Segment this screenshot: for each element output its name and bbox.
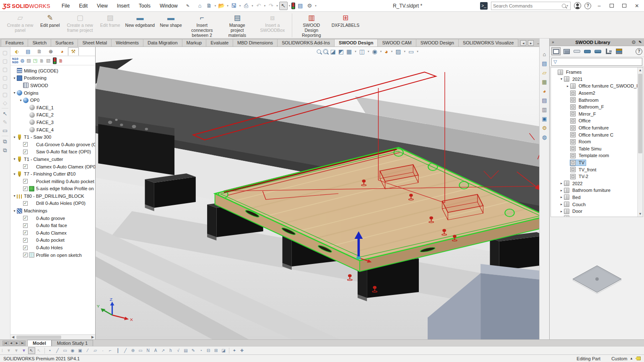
filters-stack-icon[interactable]: ▼ xyxy=(21,347,28,354)
tree-item[interactable]: ▾Origins xyxy=(10,89,95,97)
tab-features[interactable]: Features xyxy=(1,39,28,47)
select-sketch-icon[interactable]: ↖ xyxy=(3,111,8,117)
library-item[interactable]: ▸Doors xyxy=(551,215,643,217)
operation-checkbox[interactable]: ✓ xyxy=(23,253,28,257)
filter-edges-icon[interactable]: ╱ xyxy=(54,347,61,354)
scroll-up-icon[interactable]: ▲ xyxy=(638,67,643,73)
tab-property-manager[interactable]: ▤ xyxy=(23,47,34,56)
tree-expand-icon[interactable]: ▾ xyxy=(12,76,17,80)
view-orientation-icon[interactable]: ▦ xyxy=(346,48,352,55)
zoom-fit-icon[interactable] xyxy=(317,49,321,54)
tab-swood-design[interactable]: SWOOD Design xyxy=(416,39,459,47)
hatch-icon[interactable]: ▧ xyxy=(46,58,50,63)
tree-item[interactable]: ▾T80 - BP_DRILLING_BLOCK xyxy=(10,192,95,200)
new-document-icon[interactable]: 🗎 xyxy=(205,2,213,10)
tree-item[interactable]: ✓Saw 0-Auto flat face (OP0) xyxy=(10,148,95,156)
tree-item[interactable]: FACE_4 xyxy=(10,126,95,134)
filter-vertices-icon[interactable]: • xyxy=(47,347,54,354)
collapse-panel-icon[interactable]: » xyxy=(552,40,554,44)
library-item[interactable]: ▸Bed xyxy=(551,194,643,201)
setup-globe-icon[interactable]: ◍ xyxy=(21,58,25,63)
library-panel-icon[interactable] xyxy=(562,47,571,55)
library-edgeband-2-icon[interactable] xyxy=(583,47,592,55)
menu-window[interactable]: Window xyxy=(156,2,182,10)
file-properties-icon[interactable]: ▤ xyxy=(296,2,304,10)
library-materials-icon[interactable] xyxy=(614,47,623,55)
view-tool-3-icon[interactable]: ▢ xyxy=(3,66,8,72)
gcode-icon[interactable]: N10N30 xyxy=(12,57,18,64)
view-tool-6-icon[interactable]: ▢ xyxy=(3,91,8,98)
tree-item[interactable]: ▾T1 - Saw 300 xyxy=(10,133,95,141)
view-tool-7-icon[interactable]: ◇ xyxy=(3,100,7,106)
tab-display-manager[interactable]: ◕ xyxy=(57,47,68,56)
materials-button[interactable]: ▤Manage project materials xyxy=(220,13,255,39)
tab-solidworks-add-ins[interactable]: SOLIDWORKS Add-Ins xyxy=(277,39,335,47)
search-dropdown-icon[interactable]: ▾ xyxy=(566,4,568,8)
redo-dropdown-icon[interactable]: ▾ xyxy=(276,4,278,8)
appearances-icon[interactable]: ◕ xyxy=(543,88,546,94)
library-item[interactable]: Table Simu xyxy=(551,145,643,153)
operation-checkbox[interactable]: ✓ xyxy=(23,230,28,235)
filter-datums-icon[interactable]: √ xyxy=(175,347,182,354)
tree-expand-icon[interactable]: ▾ xyxy=(12,209,17,213)
library-item[interactable]: TV-2 xyxy=(551,173,643,180)
library-tree-scrollbar[interactable]: ▲ ▼ xyxy=(637,67,643,217)
tree-item[interactable]: ▾Machinings xyxy=(10,207,95,215)
library-item[interactable]: Office furniture xyxy=(551,124,643,132)
operation-checkbox[interactable]: ✓ xyxy=(23,246,28,250)
new-document-dropdown-icon[interactable]: ▾ xyxy=(215,4,216,8)
library-pin-icon[interactable]: ✒ xyxy=(637,39,643,46)
pin-menu-icon[interactable]: ✒ xyxy=(184,2,191,9)
tree-expand-icon[interactable]: ▾ xyxy=(18,98,23,102)
library-item[interactable]: ▸Office furniture C_SWOOD_Report xyxy=(551,83,643,90)
feature-tree-hscrollbar[interactable]: ◀ ▶ xyxy=(10,334,95,339)
minimize-button[interactable]: – xyxy=(595,2,604,10)
tree-expand-icon[interactable]: ▸ xyxy=(565,84,570,88)
section-view-icon[interactable]: ◪ xyxy=(330,48,336,55)
tree-item[interactable]: ✓0-Auto Clamex xyxy=(10,229,95,237)
tree-expand-icon[interactable]: ▾ xyxy=(12,157,17,161)
save-dropdown-icon[interactable]: ▾ xyxy=(239,4,241,8)
vcr-button-2[interactable]: ▶ xyxy=(14,341,20,346)
hide-show-items-icon[interactable]: ◉ xyxy=(372,48,377,55)
appearances-icon[interactable]: ◕ xyxy=(384,48,388,55)
view-tool-2-icon[interactable]: ▢ xyxy=(3,58,8,64)
tree-item[interactable]: FACE_1 xyxy=(10,104,95,111)
filter-connection-2-icon[interactable]: ⊞ xyxy=(213,347,220,354)
filter-decal-icon[interactable]: ◪ xyxy=(220,347,227,354)
tree-item[interactable]: ✓Drill 0-Auto Holes (OP0) xyxy=(10,200,95,207)
swood-reports-icon[interactable]: ▣ xyxy=(542,116,547,122)
library-item[interactable]: ▸Couch xyxy=(551,201,643,208)
library-item[interactable]: Office furniture C xyxy=(551,131,643,138)
filter-planes-icon[interactable]: ▱ xyxy=(92,347,99,354)
scene-list-icon[interactable]: ▤ xyxy=(542,97,547,103)
select-dropdown-icon[interactable]: ▾ xyxy=(289,4,291,8)
operation-checkbox[interactable]: ✓ xyxy=(23,216,28,220)
operation-checkbox[interactable]: ✓ xyxy=(23,142,28,147)
scene-dropdown-icon[interactable]: ▾ xyxy=(404,50,405,53)
tab-markup[interactable]: Markup xyxy=(182,39,207,47)
search-icon[interactable] xyxy=(562,4,566,8)
filter-magnified-n-icon[interactable]: N xyxy=(145,347,152,354)
home-icon[interactable]: ⌂ xyxy=(543,51,546,57)
display-style-icon[interactable]: ◫ xyxy=(359,48,365,55)
filter-person-2-icon[interactable]: ✚ xyxy=(239,347,246,354)
tree-item[interactable]: FACE_2 xyxy=(10,111,95,119)
library-item[interactable]: Room xyxy=(551,138,643,145)
restore-button[interactable] xyxy=(607,2,616,10)
tree-expand-icon[interactable]: ▸ xyxy=(559,202,564,206)
select-cursor-icon[interactable]: ↖ xyxy=(279,2,288,10)
library-item[interactable]: Bathroom_F xyxy=(551,103,643,111)
display-state-selector[interactable]: Custom ▲ xyxy=(611,356,641,361)
menu-insert[interactable]: Insert xyxy=(113,2,133,10)
library-item[interactable]: Mirror_F xyxy=(551,111,643,118)
rebuild-icon[interactable] xyxy=(291,3,295,9)
lasso-select-icon[interactable]: ↖ xyxy=(36,347,43,354)
tab-swood-design[interactable]: SWOOD Design xyxy=(334,39,378,47)
filter-appearance-pie-icon[interactable]: ◔ xyxy=(197,347,205,354)
operation-checkbox[interactable]: ✓ xyxy=(23,238,28,243)
filter-surface-bodies-icon[interactable]: ◉ xyxy=(69,347,76,354)
filter-sketch-points-icon[interactable]: ∙ xyxy=(99,347,106,354)
tree-item[interactable]: ✓Profile on open sketch xyxy=(10,251,95,259)
tree-item[interactable]: SWOOD xyxy=(10,82,95,89)
